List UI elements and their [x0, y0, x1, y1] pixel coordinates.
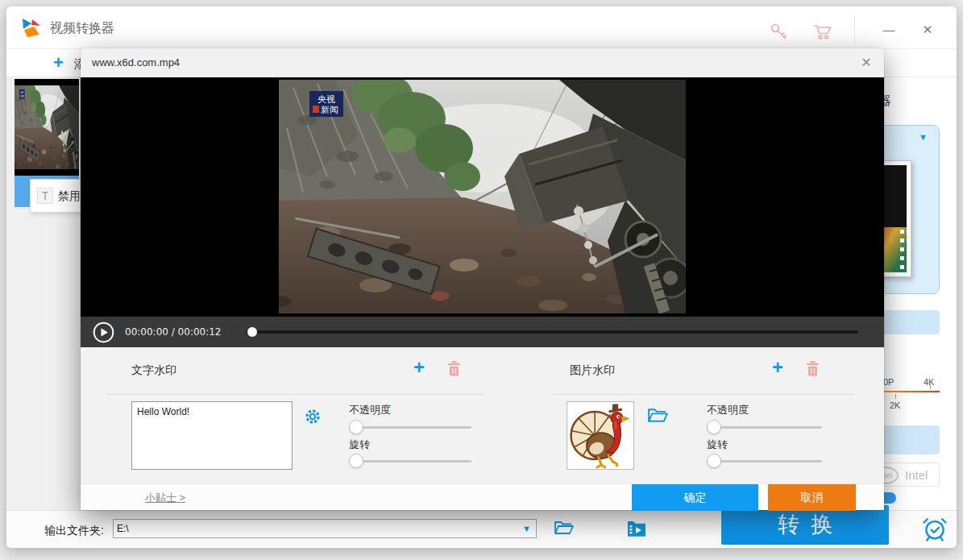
text-rotation-label: 旋转 [349, 438, 370, 452]
minimize-button[interactable]: — [878, 19, 899, 40]
register-key-icon[interactable] [770, 23, 789, 40]
dialog-close-icon[interactable]: ✕ [857, 53, 876, 73]
app-header: 视频转换器 — ✕ [6, 6, 957, 48]
cancel-button[interactable]: 取消 [768, 484, 856, 511]
schedule-alarm-icon[interactable] [921, 515, 948, 544]
text-watermark-title: 文字水印 [131, 363, 176, 378]
delete-text-watermark-icon[interactable] [447, 361, 461, 376]
watermark-dialog: www.x6d.com.mp4 ✕ 00:00:00 / 00:00:12 [81, 48, 884, 510]
ok-button[interactable]: 确定 [632, 484, 758, 511]
open-folder-icon[interactable] [554, 519, 575, 537]
delete-image-watermark-icon[interactable] [806, 361, 820, 376]
add-text-watermark-button[interactable]: + [413, 359, 425, 375]
resolution-tick-2k [895, 394, 896, 399]
cart-icon[interactable] [812, 23, 833, 41]
disable-option[interactable]: 禁用 [58, 189, 81, 204]
add-image-watermark-button[interactable]: + [772, 359, 783, 375]
text-tool-icon[interactable]: T [37, 188, 53, 204]
player-time: 00:00:00 / 00:00:12 [125, 326, 222, 338]
image-section-divider [554, 394, 854, 395]
app-window: 视频转换器 — ✕ + [6, 6, 957, 548]
video-folder-icon[interactable] [626, 519, 647, 537]
image-rotation-handle[interactable] [707, 454, 721, 468]
output-folder-input[interactable] [114, 520, 517, 537]
seek-bar[interactable] [246, 330, 858, 334]
text-settings-gear-icon[interactable] [304, 408, 322, 425]
thumbnail-scene [15, 85, 79, 169]
resolution-tick-4k [930, 384, 931, 389]
turkey-image [567, 402, 633, 469]
seek-handle[interactable] [247, 327, 257, 337]
video-preview-area [81, 77, 884, 317]
watermark-settings: 文字水印 + Hello World! 不透明度 [81, 347, 884, 483]
intel-label: Intel [905, 468, 928, 482]
output-folder-combo[interactable]: ▼ [113, 519, 537, 538]
resolution-4k-label: 4K [924, 377, 934, 387]
dialog-footer: 小贴士 > 确定 取消 [81, 483, 884, 510]
format-dropdown-icon[interactable]: ▼ [919, 132, 928, 142]
add-files-plus-icon[interactable]: + [53, 52, 64, 73]
output-folder-label: 输出文件夹: [44, 524, 104, 538]
dialog-titlebar: www.x6d.com.mp4 ✕ [81, 48, 884, 77]
text-opacity-slider[interactable] [349, 426, 471, 429]
combo-dropdown-icon[interactable]: ▼ [522, 524, 531, 533]
app-logo-icon [19, 16, 42, 39]
app-title: 视频转换器 [50, 20, 114, 37]
time-separator: / [172, 326, 175, 338]
current-time: 00:00:00 [125, 326, 168, 338]
header-divider [854, 16, 855, 44]
play-button[interactable] [93, 321, 114, 343]
player-bar: 00:00:00 / 00:00:12 [81, 317, 884, 347]
text-opacity-handle[interactable] [349, 420, 363, 434]
text-rotation-slider[interactable] [349, 460, 471, 463]
tips-link[interactable]: 小贴士 > [145, 491, 185, 505]
image-rotation-label: 旋转 [707, 438, 728, 452]
resolution-1080p-label: 0P [883, 377, 894, 387]
image-watermark-title: 图片水印 [570, 363, 615, 378]
text-watermark-input[interactable]: Hello World! [131, 401, 293, 470]
image-opacity-slider[interactable] [707, 426, 822, 429]
resolution-2k-label: 2K [890, 400, 900, 410]
dialog-title: www.x6d.com.mp4 [92, 56, 180, 68]
text-opacity-label: 不透明度 [349, 403, 391, 417]
browse-image-folder-icon[interactable] [647, 406, 669, 425]
text-section-divider [107, 394, 484, 395]
close-button[interactable]: ✕ [917, 19, 938, 40]
image-rotation-slider[interactable] [707, 460, 822, 463]
total-time: 00:00:12 [178, 326, 222, 338]
image-watermark-preview[interactable] [567, 401, 634, 470]
text-rotation-handle[interactable] [349, 454, 363, 468]
image-opacity-handle[interactable] [707, 420, 721, 434]
convert-button[interactable]: 转换 [721, 505, 889, 545]
video-frame [279, 80, 686, 313]
video-thumbnail[interactable] [15, 79, 79, 176]
image-opacity-label: 不透明度 [707, 403, 749, 417]
